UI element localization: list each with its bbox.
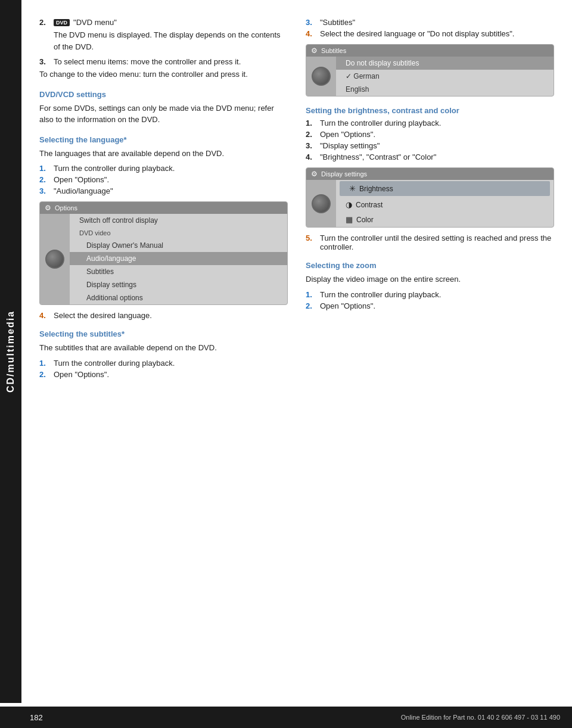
section5-heading: Selecting the zoom <box>306 261 554 270</box>
bright-step2-row: 2. Open "Options". <box>306 130 554 139</box>
contrast-item: ◑ Contrast <box>336 197 554 212</box>
step2-number: 2. <box>39 18 50 27</box>
sub-step1-num: 1. <box>39 359 50 368</box>
bright-step1-row: 1. Turn the controller during playback. <box>306 119 554 127</box>
sub-step1-label: Turn the controller during playback. <box>54 359 175 368</box>
options-item3: Display Owner's Manual <box>70 239 287 252</box>
section2-desc: The languages that are available depend … <box>39 148 288 160</box>
bright-step4-num: 4. <box>306 153 316 161</box>
left-column: 2. DVD "DVD menu" The DVD menu is displa… <box>39 18 288 381</box>
brightness-item: ✳ Brightness <box>340 181 550 196</box>
color-label: Color <box>356 216 374 224</box>
knob-area <box>40 214 70 304</box>
section3-heading: Selecting the subtitles* <box>39 329 288 338</box>
display-settings-header: ⚙ Display settings <box>306 168 554 180</box>
bright-step4-row: 4. "Brightness", "Contrast" or "Color" <box>306 153 554 161</box>
subtitles-menu: Do not display subtitles German English <box>336 57 554 96</box>
zoom-step2-label: Open "Options". <box>320 301 375 310</box>
zoom-step2-num: 2. <box>306 301 316 310</box>
subtitles-item1: Do not display subtitles <box>336 57 554 70</box>
bright-step2-num: 2. <box>306 130 316 139</box>
right-sub-step4-row: 4. Select the desired language or "Do no… <box>306 29 554 38</box>
section3-desc: The subtitles that are available depend … <box>39 342 288 354</box>
bright-step4-label: "Brightness", "Contrast" or "Color" <box>320 153 436 161</box>
options-panel: ⚙ Options Switch off control display DVD… <box>39 201 288 305</box>
change-desc: To change to the video menu: turn the co… <box>39 69 288 80</box>
bright-step1-num: 1. <box>306 119 316 127</box>
subtitles-panel-header: ⚙ Subtitles <box>306 45 554 57</box>
section1-heading: DVD/VCD settings <box>39 90 288 99</box>
zoom-desc: Display the video image on the entire sc… <box>306 273 554 285</box>
subtitles-item2: German <box>336 70 554 83</box>
subtitles-knob <box>312 67 331 86</box>
step2-desc: The DVD menu is displayed. The display d… <box>54 29 288 52</box>
bright-step3-row: 3. "Display settings" <box>306 141 554 150</box>
right-column: 3. "Subtitles" 4. Select the desired lan… <box>306 18 554 381</box>
options-item5: Subtitles <box>70 265 287 278</box>
options-panel-title: Options <box>55 204 77 211</box>
step3-number: 3. <box>39 57 50 66</box>
contrast-icon: ◑ <box>346 200 352 209</box>
sub-step2-label: Open "Options". <box>54 370 109 379</box>
color-item: ▦ Color <box>336 212 554 227</box>
bright-step5-num: 5. <box>306 234 316 242</box>
sub-step2-row: 2. Open "Options". <box>39 370 288 379</box>
bright-step3-label: "Display settings" <box>320 141 380 150</box>
right-sub-step3-row: 3. "Subtitles" <box>306 18 554 27</box>
lang-step2-label: Open "Options". <box>54 175 109 184</box>
subtitles-icon: ⚙ <box>311 46 318 55</box>
lang-step2-num: 2. <box>39 175 50 184</box>
subtitles-item3: English <box>336 83 554 96</box>
options-icon: ⚙ <box>45 204 51 212</box>
lang-step4-num: 4. <box>39 311 50 320</box>
subtitles-panel-body: Do not display subtitles German English <box>306 57 554 96</box>
right-sub-step3-num: 3. <box>306 18 316 27</box>
sub-step2-num: 2. <box>39 370 50 379</box>
color-icon: ▦ <box>346 215 353 224</box>
step2-header: 2. DVD "DVD menu" <box>39 18 288 27</box>
lang-step1-num: 1. <box>39 164 50 173</box>
dvd-icon: DVD <box>54 19 70 26</box>
bright-step3-num: 3. <box>306 141 316 150</box>
options-item4: Audio/language <box>70 252 287 265</box>
bottom-bar: 182 Online Edition for Part no. 01 40 2 … <box>0 707 572 728</box>
contrast-label: Contrast <box>356 201 383 209</box>
lang-step4-label: Select the desired language. <box>54 311 152 320</box>
step2-label: "DVD menu" <box>73 18 117 27</box>
right-sub-step3-label: "Subtitles" <box>320 18 355 27</box>
options-item7: Additional options <box>70 291 287 304</box>
display-settings-panel: ⚙ Display settings ✳ Brightness ◑ Contra… <box>306 167 554 228</box>
options-panel-header: ⚙ Options <box>40 202 287 214</box>
lang-step3-row: 3. "Audio/language" <box>39 186 288 195</box>
footer-text: Online Edition for Part no. 01 40 2 606 … <box>401 714 560 721</box>
options-item2: DVD video <box>70 227 287 239</box>
sidebar-label: CD/multimedia <box>5 310 16 393</box>
subtitles-knob-area <box>306 57 336 96</box>
zoom-step1-row: 1. Turn the controller during playback. <box>306 290 554 299</box>
options-item6: Display settings <box>70 278 287 291</box>
lang-step3-num: 3. <box>39 186 50 195</box>
lang-step4-row: 4. Select the desired language. <box>39 311 288 320</box>
display-knob <box>312 194 331 213</box>
zoom-step2-row: 2. Open "Options". <box>306 301 554 310</box>
zoom-step1-num: 1. <box>306 290 316 299</box>
bright-step5-label: Turn the controller until the desired se… <box>320 234 554 251</box>
options-menu: Switch off control display DVD video Dis… <box>70 214 287 304</box>
sub-step1-row: 1. Turn the controller during playback. <box>39 359 288 368</box>
page-number: 182 <box>30 713 43 722</box>
lang-step1-row: 1. Turn the controller during playback. <box>39 164 288 173</box>
controller-knob <box>45 250 64 269</box>
zoom-step1-label: Turn the controller during playback. <box>320 290 441 299</box>
subtitles-panel-title: Subtitles <box>321 47 346 54</box>
bright-step2-label: Open "Options". <box>320 130 375 139</box>
display-icon: ⚙ <box>311 170 318 178</box>
step3-row: 3. To select menu items: move the contro… <box>39 57 288 66</box>
right-sub-step4-label: Select the desired language or "Do not d… <box>320 29 514 38</box>
lang-step3-label: "Audio/language" <box>54 186 113 195</box>
right-sub-step4-num: 4. <box>306 29 316 38</box>
display-settings-body: ✳ Brightness ◑ Contrast ▦ Color <box>306 180 554 227</box>
brightness-label: Brightness <box>359 185 393 193</box>
options-item1: Switch off control display <box>70 214 287 227</box>
section1-desc: For some DVDs, settings can only be made… <box>39 102 288 126</box>
options-panel-body: Switch off control display DVD video Dis… <box>40 214 287 304</box>
